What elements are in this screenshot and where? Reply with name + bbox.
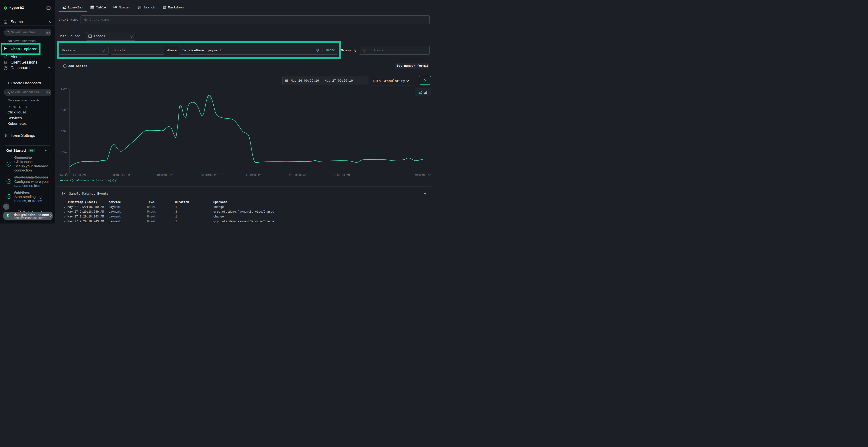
svg-text:9:00:00 AM: 9:00:00 AM	[415, 174, 431, 176]
svg-text:450M: 450M	[61, 109, 67, 111]
svg-text:600M: 600M	[61, 88, 67, 90]
svg-text:300M: 300M	[61, 130, 67, 133]
svg-text:May 26 9:00:00 AM: May 26 9:00:00 AM	[59, 174, 86, 176]
svg-text:150M: 150M	[61, 151, 67, 154]
